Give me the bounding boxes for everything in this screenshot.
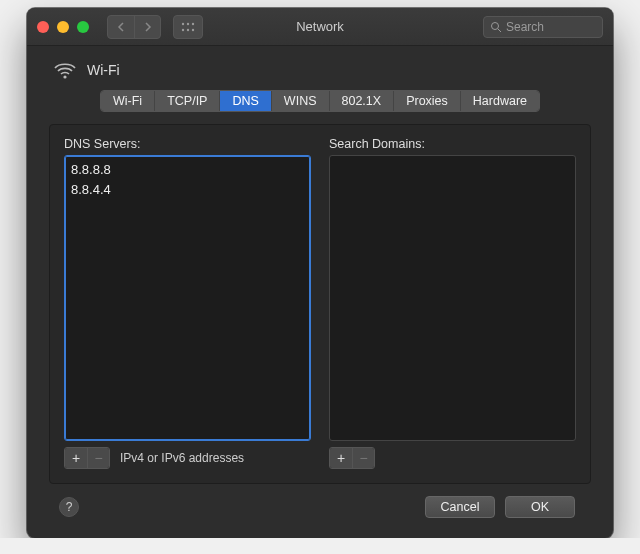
search-placeholder: Search xyxy=(506,20,544,34)
tab-wins[interactable]: WINS xyxy=(272,91,330,111)
dns-servers-label: DNS Servers: xyxy=(64,137,311,151)
svg-point-3 xyxy=(182,28,184,30)
search-domains-column: Search Domains: + − xyxy=(329,137,576,469)
tabbar: Wi-Fi TCP/IP DNS WINS 802.1X Proxies Har… xyxy=(49,90,591,112)
interface-header: Wi-Fi xyxy=(49,60,591,80)
close-window-button[interactable] xyxy=(37,21,49,33)
search-domains-list[interactable] xyxy=(329,155,576,441)
svg-point-8 xyxy=(63,75,66,78)
svg-point-4 xyxy=(187,28,189,30)
body: Wi-Fi Wi-Fi TCP/IP DNS WINS 802.1X Proxi… xyxy=(27,46,613,538)
add-dns-button[interactable]: + xyxy=(65,448,87,468)
interface-name: Wi-Fi xyxy=(87,62,120,78)
footer: ? Cancel OK xyxy=(49,484,591,524)
zoom-window-button[interactable] xyxy=(77,21,89,33)
svg-point-1 xyxy=(187,22,189,24)
add-search-domain-button[interactable]: + xyxy=(330,448,352,468)
search-domains-add-remove: + − xyxy=(329,447,375,469)
dns-servers-column: DNS Servers: 8.8.8.8 8.8.4.4 + − IPv4 or… xyxy=(64,137,311,469)
back-button[interactable] xyxy=(108,16,134,38)
minimize-window-button[interactable] xyxy=(57,21,69,33)
help-button[interactable]: ? xyxy=(59,497,79,517)
search-field[interactable]: Search xyxy=(483,16,603,38)
remove-dns-button[interactable]: − xyxy=(87,448,109,468)
dns-servers-footer: + − IPv4 or IPv6 addresses xyxy=(64,447,311,469)
svg-point-0 xyxy=(182,22,184,24)
search-icon xyxy=(490,21,502,33)
window-controls xyxy=(37,21,89,33)
network-preferences-window: Network Search Wi-Fi Wi-Fi TCP/IP DNS WI… xyxy=(27,8,613,538)
dns-server-entry[interactable]: 8.8.4.4 xyxy=(71,180,304,200)
cancel-button[interactable]: Cancel xyxy=(425,496,495,518)
tab-proxies[interactable]: Proxies xyxy=(394,91,461,111)
svg-line-7 xyxy=(498,29,501,32)
ok-button[interactable]: OK xyxy=(505,496,575,518)
search-domains-label: Search Domains: xyxy=(329,137,576,151)
tab-tcpip[interactable]: TCP/IP xyxy=(155,91,220,111)
tab-segment: Wi-Fi TCP/IP DNS WINS 802.1X Proxies Har… xyxy=(100,90,540,112)
dns-server-entry[interactable]: 8.8.8.8 xyxy=(71,160,304,180)
dns-panel: DNS Servers: 8.8.8.8 8.8.4.4 + − IPv4 or… xyxy=(49,124,591,484)
nav-back-forward xyxy=(107,15,161,39)
dns-servers-list[interactable]: 8.8.8.8 8.8.4.4 xyxy=(64,155,311,441)
svg-point-2 xyxy=(192,22,194,24)
tab-dns[interactable]: DNS xyxy=(220,91,271,111)
dns-hint: IPv4 or IPv6 addresses xyxy=(120,451,244,465)
svg-point-6 xyxy=(492,22,499,29)
search-domains-footer: + − xyxy=(329,447,576,469)
svg-point-5 xyxy=(192,28,194,30)
tab-8021x[interactable]: 802.1X xyxy=(330,91,395,111)
wifi-icon xyxy=(53,60,77,80)
tab-wifi[interactable]: Wi-Fi xyxy=(101,91,155,111)
tab-hardware[interactable]: Hardware xyxy=(461,91,539,111)
forward-button[interactable] xyxy=(134,16,160,38)
titlebar: Network Search xyxy=(27,8,613,46)
show-all-button[interactable] xyxy=(173,15,203,39)
dns-add-remove: + − xyxy=(64,447,110,469)
remove-search-domain-button[interactable]: − xyxy=(352,448,374,468)
